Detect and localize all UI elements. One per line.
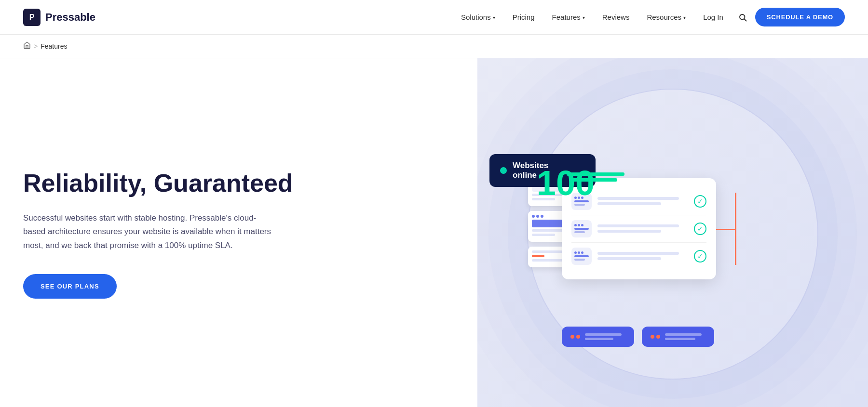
chevron-down-icon: ▾ bbox=[683, 15, 686, 20]
connector-vertical bbox=[735, 193, 736, 265]
nav-features[interactable]: Features ▾ bbox=[545, 9, 592, 25]
website-row: ✓ bbox=[571, 243, 706, 270]
number-underline-2 bbox=[569, 178, 617, 182]
mini-panel-2 bbox=[528, 211, 567, 242]
website-row: ✓ bbox=[571, 215, 706, 243]
svg-line-1 bbox=[745, 19, 746, 21]
nav-solutions[interactable]: Solutions ▾ bbox=[454, 9, 502, 25]
check-icon: ✓ bbox=[694, 195, 706, 208]
uptime-number: 100 bbox=[537, 166, 595, 200]
chevron-down-icon: ▾ bbox=[583, 15, 585, 20]
bottom-panels bbox=[562, 327, 714, 347]
home-icon[interactable] bbox=[23, 41, 31, 51]
search-icon[interactable] bbox=[734, 9, 751, 26]
schedule-demo-button[interactable]: SCHEDULE A DEMO bbox=[755, 8, 845, 26]
logo-name: Pressable bbox=[45, 11, 95, 24]
hero-right: Websites online 100 bbox=[477, 58, 868, 407]
check-icon: ✓ bbox=[694, 250, 706, 263]
bottom-panel-1 bbox=[562, 327, 634, 347]
nav-pricing[interactable]: Pricing bbox=[506, 9, 542, 25]
nav-reviews[interactable]: Reviews bbox=[596, 9, 637, 25]
hero-title: Reliability, Guaranteed bbox=[23, 169, 454, 198]
online-indicator bbox=[500, 167, 507, 174]
hero-section: Reliability, Guaranteed Successful websi… bbox=[0, 58, 868, 407]
logo[interactable]: P Pressable bbox=[23, 9, 95, 26]
nav-resources[interactable]: Resources ▾ bbox=[640, 9, 692, 25]
breadcrumb: > Features bbox=[0, 35, 868, 58]
chevron-down-icon: ▾ bbox=[493, 15, 495, 20]
check-icon: ✓ bbox=[694, 223, 706, 235]
connector-h-1 bbox=[716, 229, 736, 230]
see-plans-button[interactable]: SEE OUR PLANS bbox=[23, 274, 117, 299]
number-underline-1 bbox=[567, 172, 624, 176]
breadcrumb-current: Features bbox=[41, 42, 67, 50]
navbar: P Pressable Solutions ▾ Pricing Features… bbox=[0, 0, 868, 35]
logo-icon: P bbox=[23, 9, 41, 26]
bottom-panel-2 bbox=[642, 327, 714, 347]
mini-panel-3 bbox=[528, 247, 567, 267]
hero-description: Successful websites start with stable ho… bbox=[23, 211, 274, 253]
nav-login[interactable]: Log In bbox=[696, 9, 730, 25]
nav-links: Solutions ▾ Pricing Features ▾ Reviews R… bbox=[454, 8, 845, 26]
hero-left: Reliability, Guaranteed Successful websi… bbox=[0, 58, 477, 407]
breadcrumb-separator: > bbox=[34, 42, 38, 50]
svg-point-0 bbox=[740, 14, 745, 20]
hero-illustration: Websites online 100 bbox=[552, 130, 793, 361]
